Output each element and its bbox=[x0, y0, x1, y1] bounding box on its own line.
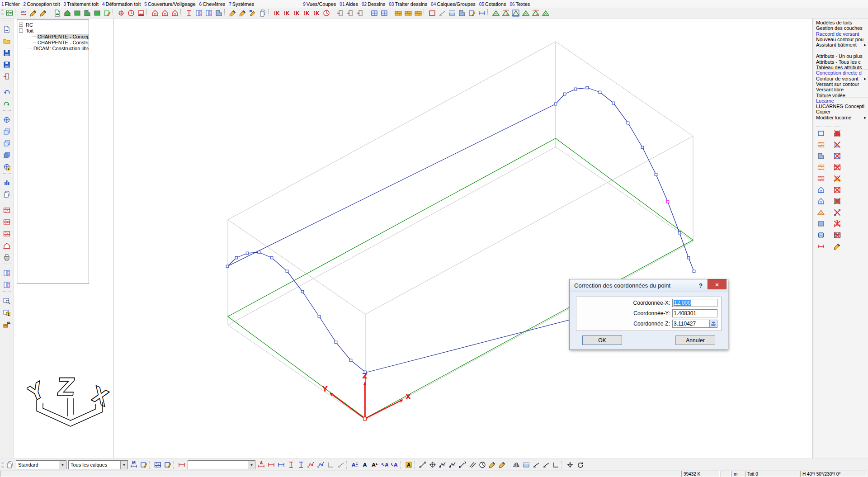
command-lucarnes-concepti[interactable]: LUCARNES-Concepti bbox=[816, 104, 868, 109]
k-wall2-icon[interactable]: K bbox=[282, 9, 292, 18]
arrow-blue-icon[interactable] bbox=[316, 460, 326, 469]
view-shaded-icon[interactable] bbox=[2, 151, 12, 160]
label-box-icon[interactable]: A bbox=[404, 460, 414, 469]
vertex-handle[interactable] bbox=[693, 270, 695, 273]
vertex-handle[interactable] bbox=[599, 91, 601, 94]
construction-grid-icon[interactable] bbox=[2, 229, 12, 238]
vertex-handle[interactable] bbox=[226, 265, 229, 268]
door3-icon[interactable] bbox=[355, 9, 365, 18]
menu-couverture-voligeage[interactable]: 5Couverture/Voligeage bbox=[143, 1, 198, 7]
tree-item-charpente-constructic[interactable]: CHARPENTE - Constructic bbox=[18, 39, 88, 45]
vertex-handle[interactable] bbox=[627, 122, 629, 124]
delete-frame-icon[interactable] bbox=[832, 185, 842, 194]
tree-item-charpente-conception[interactable]: CHARPENTE - Conception bbox=[18, 33, 88, 39]
coord-x-input[interactable]: 12.000 bbox=[672, 299, 717, 307]
wall-section-icon[interactable] bbox=[184, 9, 194, 18]
house-blue2-icon[interactable] bbox=[816, 197, 826, 206]
command-modifier-lucarne[interactable]: Modifier lucarne▸ bbox=[816, 115, 868, 120]
vertex-handle[interactable] bbox=[318, 315, 321, 318]
vertex-handle[interactable] bbox=[563, 93, 566, 95]
hatch-edit2-icon[interactable] bbox=[238, 9, 248, 18]
extrude-icon[interactable] bbox=[521, 460, 531, 469]
grid-lock-icon[interactable] bbox=[153, 460, 163, 469]
slope-grey-icon[interactable] bbox=[336, 460, 346, 469]
k-wall3-icon[interactable]: K bbox=[292, 9, 302, 18]
dxf-options-icon[interactable] bbox=[38, 9, 48, 18]
command-mod-les-de-toits[interactable]: Modèles de toits bbox=[816, 20, 868, 25]
menu-vues-coupes[interactable]: 9Vues/Coupes bbox=[302, 1, 338, 7]
vertex-handle[interactable] bbox=[246, 252, 249, 255]
sheet-manager-icon[interactable] bbox=[2, 190, 12, 199]
menu-syst-mes[interactable]: 7Systèmes bbox=[227, 1, 256, 7]
menu-d-formation-toit[interactable]: 4Déformation toit bbox=[101, 1, 143, 7]
hatch-edit1-icon[interactable] bbox=[228, 9, 238, 18]
eraser-icon[interactable] bbox=[832, 242, 842, 251]
roof-arc-far[interactable] bbox=[556, 88, 694, 271]
menu-aides[interactable]: 01Aides bbox=[338, 1, 360, 7]
text-angle-icon[interactable]: ↖A bbox=[380, 460, 390, 469]
panel-shape-icon[interactable] bbox=[214, 9, 224, 18]
parallel-lines-icon[interactable] bbox=[467, 460, 477, 469]
door1-icon[interactable] bbox=[335, 9, 345, 18]
small-contour-icon[interactable] bbox=[816, 151, 826, 161]
move-icon[interactable] bbox=[565, 460, 575, 469]
command-tableau-des-attributs[interactable]: Tableau des attributs bbox=[816, 65, 868, 70]
command-versant-sur-contour[interactable]: Versant sur contour bbox=[816, 81, 868, 87]
chevron-grey-icon[interactable] bbox=[326, 460, 336, 469]
corner-icon[interactable] bbox=[551, 460, 561, 469]
measure1-icon[interactable] bbox=[491, 9, 501, 18]
help-button[interactable]: ? bbox=[696, 282, 706, 289]
command-gestion-des-couches[interactable]: Gestion des couches bbox=[816, 25, 868, 31]
command-raccord-de-versant[interactable]: Raccord de versant bbox=[816, 31, 868, 37]
cancel-button[interactable]: Annuler bbox=[675, 335, 715, 345]
zoom-window-icon[interactable] bbox=[2, 296, 12, 305]
view-custom-icon[interactable]: 1 bbox=[2, 162, 12, 171]
tree-item-rc[interactable]: +RC bbox=[18, 22, 88, 28]
vertex-handle[interactable] bbox=[655, 173, 657, 176]
vertex-handle[interactable] bbox=[335, 341, 337, 344]
command-lucarne[interactable]: Lucarne bbox=[816, 98, 868, 104]
text-sup-icon[interactable]: A¹ bbox=[370, 460, 380, 469]
extend-icon[interactable] bbox=[541, 460, 551, 469]
expand-icon[interactable]: + bbox=[19, 23, 23, 27]
roof-arc-near[interactable] bbox=[227, 252, 365, 372]
k-wall1-icon[interactable]: K bbox=[272, 9, 282, 18]
menu-textes[interactable]: 06Textes bbox=[508, 1, 532, 7]
brick2-icon[interactable] bbox=[403, 9, 413, 18]
move-dim-icon[interactable]: M bbox=[129, 460, 139, 469]
pencil-blue-icon[interactable] bbox=[467, 9, 477, 18]
vertex-handle[interactable] bbox=[554, 103, 557, 105]
measure4-icon[interactable] bbox=[521, 9, 531, 18]
vertex-handle[interactable] bbox=[641, 146, 644, 149]
exit-icon[interactable] bbox=[2, 72, 12, 81]
z-picker-button[interactable] bbox=[709, 320, 717, 327]
line-icon[interactable] bbox=[458, 460, 467, 469]
view-iso2-icon[interactable] bbox=[2, 139, 12, 148]
window2-icon[interactable] bbox=[379, 9, 389, 18]
delete-dim-icon[interactable]: 1 bbox=[832, 219, 842, 228]
menu-dessins[interactable]: 02Dessins bbox=[360, 1, 387, 7]
link-elements-icon[interactable] bbox=[126, 9, 136, 18]
coord-z-input[interactable]: 3.110427 bbox=[672, 320, 717, 328]
dim-red-icon[interactable] bbox=[266, 460, 276, 469]
measure6-icon[interactable] bbox=[541, 9, 551, 18]
text-angle-sup-icon[interactable]: ↖A¹ bbox=[390, 460, 400, 469]
vertex-handle[interactable] bbox=[349, 359, 352, 362]
beam-red-icon[interactable] bbox=[816, 242, 826, 251]
menu-calques-groupes[interactable]: 04Calques/Groupes bbox=[429, 1, 478, 7]
vertex-handle[interactable] bbox=[574, 88, 577, 90]
corner-green-icon[interactable] bbox=[82, 9, 92, 18]
layers-icon[interactable] bbox=[5, 460, 15, 469]
grid-pencil-icon[interactable] bbox=[163, 460, 173, 469]
toolbar-grip[interactable] bbox=[1, 461, 4, 469]
layer-edit-icon[interactable] bbox=[139, 460, 149, 469]
menu-cotations[interactable]: 05Cotations bbox=[478, 1, 509, 7]
save-icon[interactable] bbox=[2, 48, 12, 57]
vertex-handle[interactable] bbox=[270, 256, 273, 259]
roof-contour[interactable] bbox=[228, 138, 693, 418]
roof-green-icon[interactable] bbox=[62, 9, 72, 18]
dim-vert-red-icon[interactable] bbox=[286, 460, 296, 469]
delete-rect-icon[interactable] bbox=[832, 151, 842, 161]
shape-blue-icon[interactable] bbox=[457, 9, 467, 18]
dxf-edit-icon[interactable] bbox=[28, 9, 38, 18]
